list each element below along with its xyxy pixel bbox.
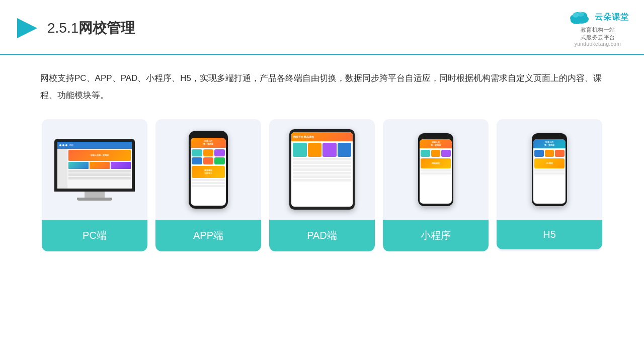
svg-marker-0 — [17, 18, 37, 38]
cards-area: 网校 职通人的第一堂网课 — [0, 109, 644, 251]
card-pad: 网校平台 精品课程 — [269, 119, 375, 251]
description: 网校支持PC、APP、PAD、小程序、H5，实现多端打通，产品各终端自由切换，数… — [0, 55, 644, 109]
card-pc-label: PC端 — [42, 220, 147, 251]
card-pad-label: PAD端 — [269, 220, 375, 251]
card-app: 职通人的第一堂网课 精选课程立即学习 — [155, 119, 261, 251]
page-title: 2.5.1网校管理 — [47, 19, 135, 38]
header: 2.5.1网校管理 云朵课堂 教育机构一站式服务云平台 yunduoketang… — [0, 0, 644, 55]
svg-point-7 — [577, 12, 584, 17]
play-icon — [15, 16, 39, 40]
monitor-screen: 网校 职通人的第一堂网课 — [54, 139, 135, 192]
logo-cloud: 云朵课堂 — [567, 9, 629, 25]
app-image: 职通人的第一堂网课 精选课程立即学习 — [155, 119, 261, 220]
h5-phone: 职通人的第一堂网课 H5网校 — [532, 133, 567, 206]
miniprogram-image: 职通人的第一堂网课 精选课程 — [383, 119, 489, 220]
cloud-logo-icon — [567, 9, 592, 25]
card-app-label: APP端 — [155, 220, 261, 251]
card-miniprogram-label: 小程序 — [383, 220, 489, 251]
logo-domain: yunduoketang.com — [575, 41, 621, 47]
pad-tablet: 网校平台 精品课程 — [289, 129, 355, 210]
miniprogram-phone: 职通人的第一堂网课 精选课程 — [418, 133, 453, 206]
card-pc: 网校 职通人的第一堂网课 — [42, 119, 147, 251]
logo-area: 云朵课堂 教育机构一站式服务云平台 yunduoketang.com — [567, 9, 629, 47]
pc-image: 网校 职通人的第一堂网课 — [42, 119, 147, 220]
card-h5: 职通人的第一堂网课 H5网校 — [497, 119, 602, 251]
card-miniprogram: 职通人的第一堂网课 精选课程 — [383, 119, 489, 251]
description-text: 网校支持PC、APP、PAD、小程序、H5，实现多端打通，产品各终端自由切换，数… — [40, 70, 604, 104]
logo-sub: 教育机构一站式服务云平台 — [581, 26, 615, 41]
logo-text: 云朵课堂 — [595, 12, 629, 23]
pad-image: 网校平台 精品课程 — [269, 119, 375, 220]
card-h5-label: H5 — [497, 220, 602, 249]
app-phone: 职通人的第一堂网课 精选课程立即学习 — [189, 131, 228, 209]
header-left: 2.5.1网校管理 — [15, 16, 135, 40]
h5-image: 职通人的第一堂网课 H5网校 — [497, 119, 602, 220]
pc-monitor: 网校 职通人的第一堂网课 — [54, 139, 135, 201]
